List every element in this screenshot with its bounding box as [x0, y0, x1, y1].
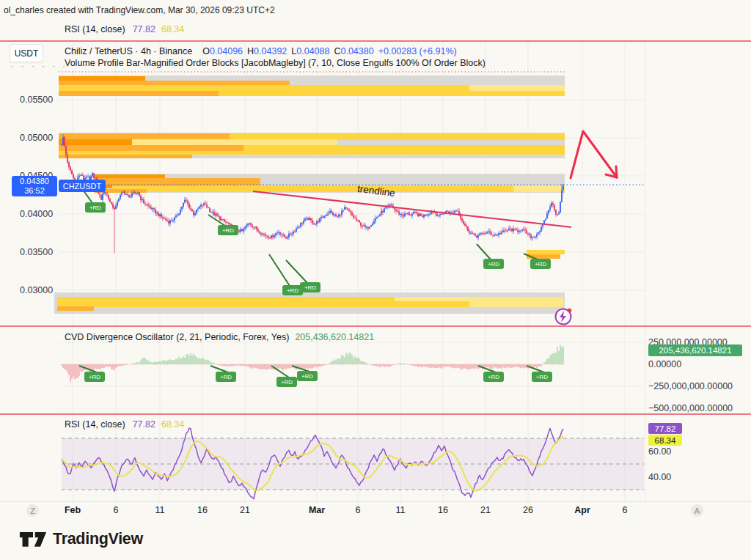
tradingview-logo[interactable]: TradingView	[19, 528, 143, 550]
time-ticks-label: 26	[523, 505, 533, 515]
price-ticks-label: 0.05500	[20, 95, 53, 105]
time-ticks-label: 21	[480, 505, 491, 515]
cvd-ticks-label: 0.00000	[648, 359, 681, 369]
header-rsi-ma-value: 68.34	[161, 24, 184, 34]
pane-separator-rsi[interactable]	[0, 413, 751, 415]
rsi-ticks-label: 60.00	[648, 446, 671, 457]
high-value: 0.04392	[254, 46, 287, 56]
price-ticks-label: 0.03500	[20, 247, 53, 257]
pane-separator-top[interactable]	[0, 40, 751, 42]
price-ticks-label: 0.05000	[20, 133, 53, 143]
time-ticks-label: 6	[356, 505, 361, 515]
time-ticks-label: 16	[438, 505, 448, 515]
header-rsi-value: 77.82	[133, 24, 155, 34]
svg-text:+RD: +RD	[287, 287, 298, 294]
currency-toggle-button[interactable]: USDT	[10, 44, 43, 62]
cvd-title: CVD Divergence Oscillator (2, 21, Period…	[65, 332, 289, 342]
svg-text:+RD: +RD	[488, 374, 499, 380]
time-ticks-label: Apr	[574, 505, 590, 515]
tradingview-logo-mark	[19, 528, 47, 550]
time-ticks-label: 11	[155, 505, 165, 515]
attribution-text: ol_charles created with TradingView.com,…	[4, 5, 275, 15]
svg-text:+RD: +RD	[220, 374, 232, 380]
svg-text:+RD: +RD	[222, 227, 234, 234]
rsi-value-badge: 77.82	[648, 423, 682, 434]
low-value: 0.04088	[296, 46, 329, 56]
open-label: O	[202, 46, 210, 56]
time-axis-separator	[0, 501, 751, 502]
svg-text:+RD: +RD	[304, 284, 316, 291]
rsi-ticks-label: 40.00	[648, 472, 671, 482]
svg-text:+RD: +RD	[281, 379, 293, 386]
time-ticks-label: Feb	[65, 505, 81, 515]
close-value: 0.04380	[340, 46, 373, 56]
indicator-legend[interactable]: Volume Profile Bar-Magnified Order Block…	[65, 58, 486, 68]
pane-separator-cvd[interactable]	[0, 325, 751, 327]
bar-countdown: 36:52	[12, 186, 57, 196]
time-ticks-label: 11	[396, 505, 406, 515]
cvd-ticks-label: −250,000,000.00000	[648, 381, 733, 391]
rsi-pane-legend[interactable]: RSI (14, close)77.8268.34	[65, 419, 184, 430]
time-ticks-label: 6	[623, 505, 628, 515]
timezone-button[interactable]: Z	[26, 504, 39, 517]
svg-text:+RD: +RD	[301, 373, 313, 380]
rsi-value: 77.82	[133, 419, 155, 430]
time-ticks-label: 21	[240, 505, 250, 515]
rsi-ma-value: 68.34	[161, 419, 184, 430]
auto-scale-button[interactable]: A	[691, 504, 703, 517]
header-rsi-label: RSI (14, close)	[65, 24, 125, 34]
rsi-label: RSI (14, close)	[65, 419, 125, 430]
tradingview-snapshot: +RD+RD+RD+RD+RD+RD+RD+RD+RD+RD+RD+RD ol_…	[0, 0, 751, 560]
open-value: 0.04096	[210, 46, 243, 56]
cvd-last-value: 205,436,620.14821	[295, 332, 374, 342]
last-price-label: 0.0438036:52	[12, 176, 57, 196]
svg-text:+RD: +RD	[89, 374, 100, 380]
tradingview-logo-text: TradingView	[53, 530, 143, 548]
last-price-value: 0.04380	[12, 177, 57, 186]
main-symbol-legend[interactable]: Chiliz / TetherUS · 4h · BinanceO0.04096…	[65, 46, 457, 56]
svg-text:+RD: +RD	[535, 261, 546, 268]
symbol-title: Chiliz / TetherUS · 4h · Binance	[65, 46, 192, 56]
time-ticks-label: 6	[114, 505, 119, 515]
change-value: +0.00283 (+6.91%)	[378, 46, 457, 56]
svg-text:+RD: +RD	[536, 374, 548, 380]
cvd-legend[interactable]: CVD Divergence Oscillator (2, 21, Period…	[65, 332, 374, 342]
price-ticks-label: 0.04000	[20, 209, 53, 219]
hidden-legend-dashes: - - - - - -	[11, 62, 68, 70]
time-ticks-label: 16	[197, 505, 208, 515]
symbol-price-tag[interactable]: CHZUSDT	[59, 180, 106, 192]
header-rsi-legend[interactable]: RSI (14, close)77.8268.34	[65, 24, 184, 34]
svg-text:+RD: +RD	[488, 261, 499, 268]
time-ticks-label: Mar	[309, 505, 325, 515]
price-ticks-label: 0.03000	[20, 285, 53, 295]
cvd-value-badge: 205,436,620.14821	[648, 345, 742, 356]
rsi-ma-badge: 68.34	[648, 435, 682, 446]
high-label: H	[247, 46, 254, 56]
cvd-ticks-label: −500,000,000.00000	[648, 403, 733, 413]
svg-text:+RD: +RD	[89, 205, 101, 211]
chart-canvas[interactable]: +RD+RD+RD+RD+RD+RD+RD+RD+RD+RD+RD+RD	[0, 0, 751, 560]
